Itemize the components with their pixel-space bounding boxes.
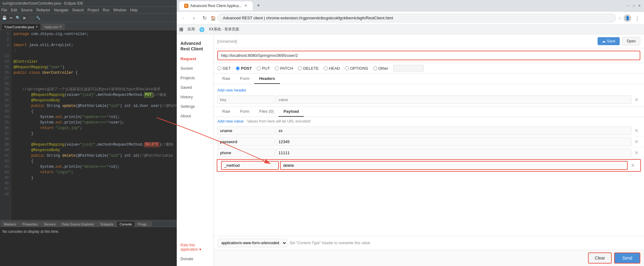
toolbar-icon-1[interactable]: 💾 [1, 15, 7, 21]
add-value-link[interactable]: Add new value [217, 119, 243, 123]
restore-button[interactable]: □ [632, 4, 636, 8]
tab-raw[interactable]: Raw [217, 74, 235, 84]
sidebar-item-socket[interactable]: Socket [177, 64, 213, 73]
tab-datasource[interactable]: Data Source Explorer [59, 221, 97, 227]
open-button[interactable]: Open [622, 37, 640, 45]
sidebar-item-saved[interactable]: Saved [177, 83, 213, 92]
donate-link[interactable]: Donate [177, 254, 213, 264]
method-delete-radio[interactable] [298, 66, 302, 70]
tab-form[interactable]: Form [235, 74, 254, 84]
rate-application[interactable]: Rate this application ♥ [177, 241, 213, 254]
menu-refactor[interactable]: Refactor [36, 8, 50, 12]
tab-console[interactable]: Console [117, 221, 135, 227]
method-post[interactable]: POST [236, 66, 252, 71]
payload-tab-raw[interactable]: Raw [217, 107, 235, 117]
tab-servers[interactable]: Servers [41, 221, 58, 227]
content-type-select[interactable]: application/x-www-form-urlencoded [217, 239, 287, 247]
eclipse-menubar[interactable]: File Edit Source Refactor Navigate Searc… [0, 7, 177, 14]
forward-button[interactable]: › [190, 14, 198, 22]
save-button[interactable]: ☁ Save [598, 37, 619, 45]
method-delete[interactable]: DELETE [298, 66, 319, 71]
toolbar-icon-5[interactable]: ⬛ [28, 15, 34, 21]
menu-help[interactable]: Help [130, 8, 138, 12]
menu-search[interactable]: Search [72, 8, 84, 12]
method-other-radio[interactable] [373, 66, 377, 70]
menu-file[interactable]: File [1, 8, 7, 12]
clear-button[interactable]: Clear [588, 252, 612, 264]
bookmark-apps[interactable]: 应用 [186, 26, 197, 33]
tab-snippets[interactable]: Snippets [97, 221, 116, 227]
tab-usercontroller-close[interactable]: ✕ [35, 25, 38, 29]
method-put[interactable]: PUT [257, 66, 270, 71]
menu-window[interactable]: Window [113, 8, 126, 12]
remove-phone-button[interactable]: ✕ [633, 149, 640, 156]
menu-source[interactable]: Source [21, 8, 33, 12]
tab-headers[interactable]: Headers [254, 74, 280, 84]
new-tab-button[interactable]: + [254, 2, 263, 10]
bookmark-star-icon[interactable]: ☆ [618, 16, 622, 21]
sidebar-item-request[interactable]: Request [177, 54, 213, 64]
method-options[interactable]: OPTIONS [345, 66, 368, 71]
method-other-input[interactable] [393, 65, 424, 72]
payload-tab-payload[interactable]: Payload [279, 107, 304, 117]
method-head[interactable]: HEAD [324, 66, 340, 71]
value-val-uname[interactable] [276, 127, 631, 135]
sidebar-item-history[interactable]: History [177, 92, 213, 102]
chrome-active-tab[interactable]: R Advanced Rest Client Applica... ✕ [179, 1, 253, 10]
method-patch-radio[interactable] [275, 66, 279, 70]
address-input[interactable] [218, 14, 616, 22]
menu-run[interactable]: Run [103, 8, 109, 12]
value-key-method[interactable] [221, 161, 279, 170]
menu-project[interactable]: Project [88, 8, 99, 12]
remove-uname-button[interactable]: ✕ [633, 127, 640, 134]
header-value-input[interactable] [276, 96, 631, 104]
value-val-phone[interactable] [276, 149, 631, 157]
tab-webxml[interactable]: *web.xml ✕ [41, 24, 65, 30]
value-key-phone[interactable] [217, 149, 275, 157]
tab-properties[interactable]: Properties [20, 221, 41, 227]
remove-method-button[interactable]: ✕ [629, 162, 637, 169]
method-get-radio[interactable] [217, 66, 221, 70]
tab-usercontroller[interactable]: *UserController.java ✕ [1, 24, 41, 30]
toolbar-icon-2[interactable]: ⬅ [8, 15, 14, 21]
sidebar-item-projects[interactable]: Projects [177, 73, 213, 83]
home-icon[interactable]: 🏠 [211, 16, 216, 21]
minimize-button[interactable]: ─ [626, 4, 630, 8]
value-val-password[interactable] [276, 138, 631, 146]
method-post-radio[interactable] [236, 66, 240, 70]
payload-tab-form[interactable]: Form [235, 107, 254, 117]
chrome-tab-close[interactable]: ✕ [243, 4, 248, 8]
tab-markers[interactable]: Markers [1, 221, 19, 227]
payload-tab-files[interactable]: Files (0) [254, 107, 279, 117]
back-button[interactable]: ‹ [179, 14, 188, 22]
send-button[interactable]: Send [614, 252, 640, 264]
avatar-icon[interactable]: 👤 [624, 14, 631, 22]
url-input[interactable] [217, 51, 640, 60]
value-key-password[interactable] [217, 138, 275, 146]
menu-edit[interactable]: Edit [11, 8, 17, 12]
sidebar-item-about[interactable]: About [177, 111, 213, 121]
menu-navigate[interactable]: Navigate [54, 8, 68, 12]
chrome-menu-button[interactable]: ⋮ [633, 14, 642, 22]
sidebar-item-settings[interactable]: Settings [177, 102, 213, 111]
method-other[interactable]: Other [373, 66, 389, 71]
header-key-input[interactable] [217, 96, 275, 104]
method-head-radio[interactable] [324, 66, 328, 70]
toolbar-icon-4[interactable]: ▶ [22, 15, 28, 21]
close-button[interactable]: ✕ [637, 4, 642, 8]
method-options-radio[interactable] [345, 66, 349, 70]
remove-header-button[interactable]: ✕ [633, 96, 640, 103]
reload-button[interactable]: ↻ [200, 14, 209, 22]
toolbar-icon-3[interactable]: 🔍 [15, 15, 21, 21]
tab-progress[interactable]: Progr... [135, 221, 152, 227]
toolbar-icon-6[interactable]: 🔧 [35, 15, 41, 21]
bookmark-xx-system[interactable]: XX系统 - 登录页面 [207, 26, 241, 33]
add-header-link[interactable]: Add new header [217, 87, 640, 94]
value-key-uname[interactable] [217, 127, 275, 135]
method-get[interactable]: GET [217, 66, 231, 71]
method-put-radio[interactable] [257, 66, 261, 70]
value-val-method[interactable] [280, 161, 628, 170]
tab-webxml-close[interactable]: ✕ [59, 25, 62, 29]
remove-password-button[interactable]: ✕ [633, 138, 640, 145]
method-patch[interactable]: PATCH [275, 66, 293, 71]
